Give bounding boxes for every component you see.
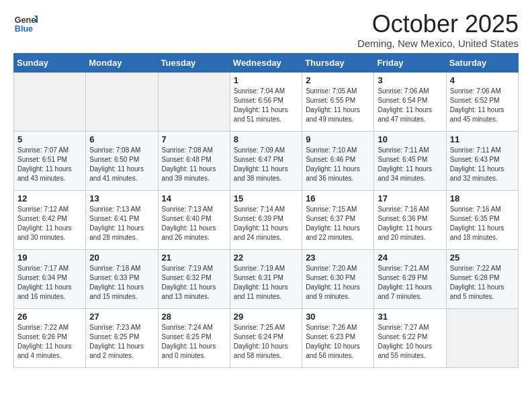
calendar-cell: 2Sunrise: 7:05 AM Sunset: 6:55 PM Daylig… [302,72,374,131]
page-container: General Blue October 2025 Deming, New Me… [0,0,532,375]
day-number: 9 [306,134,370,144]
day-info: Sunrise: 7:11 AM Sunset: 6:43 PM Dayligh… [450,146,515,183]
day-number: 15 [234,193,298,203]
calendar-cell: 14Sunrise: 7:13 AM Sunset: 6:40 PM Dayli… [158,190,230,249]
calendar-cell: 20Sunrise: 7:18 AM Sunset: 6:33 PM Dayli… [86,249,158,308]
day-number: 30 [306,312,370,322]
day-number: 2 [306,75,370,85]
day-number: 3 [378,75,442,85]
day-info: Sunrise: 7:05 AM Sunset: 6:55 PM Dayligh… [306,87,370,124]
calendar-cell: 30Sunrise: 7:26 AM Sunset: 6:23 PM Dayli… [302,308,374,367]
day-number: 12 [17,193,82,203]
day-number: 13 [89,193,154,203]
calendar-cell: 3Sunrise: 7:06 AM Sunset: 6:54 PM Daylig… [374,72,446,131]
calendar-cell: 8Sunrise: 7:09 AM Sunset: 6:47 PM Daylig… [230,131,302,190]
day-info: Sunrise: 7:23 AM Sunset: 6:25 PM Dayligh… [89,323,154,361]
day-info: Sunrise: 7:25 AM Sunset: 6:24 PM Dayligh… [234,323,298,361]
day-number: 19 [17,253,82,263]
day-number: 7 [162,134,226,144]
calendar-cell: 24Sunrise: 7:21 AM Sunset: 6:29 PM Dayli… [374,249,446,308]
day-number: 11 [450,134,515,144]
day-number: 5 [17,134,82,144]
day-number: 25 [450,253,515,263]
calendar-week-3: 12Sunrise: 7:12 AM Sunset: 6:42 PM Dayli… [14,190,519,249]
page-header: General Blue October 2025 Deming, New Me… [13,11,519,49]
weekday-header-wednesday: Wednesday [230,53,302,72]
day-info: Sunrise: 7:27 AM Sunset: 6:22 PM Dayligh… [378,323,442,361]
calendar-cell: 27Sunrise: 7:23 AM Sunset: 6:25 PM Dayli… [86,308,158,367]
logo: General Blue [13,11,38,35]
calendar-cell: 23Sunrise: 7:20 AM Sunset: 6:30 PM Dayli… [302,249,374,308]
calendar-cell: 21Sunrise: 7:19 AM Sunset: 6:32 PM Dayli… [158,249,230,308]
day-info: Sunrise: 7:13 AM Sunset: 6:40 PM Dayligh… [162,205,226,242]
day-info: Sunrise: 7:04 AM Sunset: 6:56 PM Dayligh… [234,87,298,124]
day-number: 26 [17,312,82,322]
day-number: 20 [89,253,154,263]
day-info: Sunrise: 7:08 AM Sunset: 6:48 PM Dayligh… [162,146,226,183]
day-info: Sunrise: 7:21 AM Sunset: 6:29 PM Dayligh… [378,264,442,302]
calendar-cell: 19Sunrise: 7:17 AM Sunset: 6:34 PM Dayli… [14,249,86,308]
calendar-cell: 11Sunrise: 7:11 AM Sunset: 6:43 PM Dayli… [446,131,518,190]
day-info: Sunrise: 7:13 AM Sunset: 6:41 PM Dayligh… [89,205,154,242]
calendar-header: SundayMondayTuesdayWednesdayThursdayFrid… [14,53,519,72]
calendar-week-2: 5Sunrise: 7:07 AM Sunset: 6:51 PM Daylig… [14,131,519,190]
day-number: 1 [234,75,298,85]
calendar-cell: 22Sunrise: 7:19 AM Sunset: 6:31 PM Dayli… [230,249,302,308]
weekday-row: SundayMondayTuesdayWednesdayThursdayFrid… [14,53,519,72]
day-number: 23 [306,253,370,263]
month-title: October 2025 [357,11,519,38]
day-info: Sunrise: 7:16 AM Sunset: 6:35 PM Dayligh… [450,205,515,242]
calendar-cell [14,72,86,131]
day-info: Sunrise: 7:08 AM Sunset: 6:50 PM Dayligh… [89,146,154,183]
calendar-cell: 18Sunrise: 7:16 AM Sunset: 6:35 PM Dayli… [446,190,518,249]
calendar-body: 1Sunrise: 7:04 AM Sunset: 6:56 PM Daylig… [14,72,519,367]
day-info: Sunrise: 7:06 AM Sunset: 6:54 PM Dayligh… [378,87,442,124]
title-block: October 2025 Deming, New Mexico, United … [357,11,519,49]
day-info: Sunrise: 7:22 AM Sunset: 6:28 PM Dayligh… [450,264,515,302]
day-number: 6 [89,134,154,144]
day-info: Sunrise: 7:11 AM Sunset: 6:45 PM Dayligh… [378,146,442,183]
day-info: Sunrise: 7:20 AM Sunset: 6:30 PM Dayligh… [306,264,370,302]
day-number: 24 [378,253,442,263]
calendar-table: SundayMondayTuesdayWednesdayThursdayFrid… [13,53,519,368]
day-number: 16 [306,193,370,203]
weekday-header-sunday: Sunday [14,53,86,72]
calendar-cell: 4Sunrise: 7:06 AM Sunset: 6:52 PM Daylig… [446,72,518,131]
calendar-week-5: 26Sunrise: 7:22 AM Sunset: 6:26 PM Dayli… [14,308,519,367]
calendar-cell: 15Sunrise: 7:14 AM Sunset: 6:39 PM Dayli… [230,190,302,249]
calendar-cell: 28Sunrise: 7:24 AM Sunset: 6:25 PM Dayli… [158,308,230,367]
day-info: Sunrise: 7:17 AM Sunset: 6:34 PM Dayligh… [17,264,82,302]
day-number: 29 [234,312,298,322]
day-info: Sunrise: 7:14 AM Sunset: 6:39 PM Dayligh… [234,205,298,242]
calendar-cell: 25Sunrise: 7:22 AM Sunset: 6:28 PM Dayli… [446,249,518,308]
day-number: 8 [234,134,298,144]
weekday-header-monday: Monday [86,53,158,72]
calendar-cell: 1Sunrise: 7:04 AM Sunset: 6:56 PM Daylig… [230,72,302,131]
day-number: 27 [89,312,154,322]
calendar-week-1: 1Sunrise: 7:04 AM Sunset: 6:56 PM Daylig… [14,72,519,131]
calendar-cell: 17Sunrise: 7:16 AM Sunset: 6:36 PM Dayli… [374,190,446,249]
calendar-cell: 29Sunrise: 7:25 AM Sunset: 6:24 PM Dayli… [230,308,302,367]
day-number: 21 [162,253,226,263]
calendar-cell: 9Sunrise: 7:10 AM Sunset: 6:46 PM Daylig… [302,131,374,190]
day-number: 4 [450,75,515,85]
day-info: Sunrise: 7:19 AM Sunset: 6:32 PM Dayligh… [162,264,226,302]
day-info: Sunrise: 7:22 AM Sunset: 6:26 PM Dayligh… [17,323,82,361]
day-info: Sunrise: 7:24 AM Sunset: 6:25 PM Dayligh… [162,323,226,361]
day-number: 17 [378,193,442,203]
calendar-cell: 16Sunrise: 7:15 AM Sunset: 6:37 PM Dayli… [302,190,374,249]
location: Deming, New Mexico, United States [357,38,519,49]
day-number: 22 [234,253,298,263]
day-number: 14 [162,193,226,203]
svg-text:Blue: Blue [15,24,33,34]
calendar-cell: 13Sunrise: 7:13 AM Sunset: 6:41 PM Dayli… [86,190,158,249]
day-info: Sunrise: 7:16 AM Sunset: 6:36 PM Dayligh… [378,205,442,242]
day-info: Sunrise: 7:19 AM Sunset: 6:31 PM Dayligh… [234,264,298,302]
day-info: Sunrise: 7:10 AM Sunset: 6:46 PM Dayligh… [306,146,370,183]
day-number: 31 [378,312,442,322]
weekday-header-saturday: Saturday [446,53,518,72]
day-info: Sunrise: 7:07 AM Sunset: 6:51 PM Dayligh… [17,146,82,183]
day-info: Sunrise: 7:12 AM Sunset: 6:42 PM Dayligh… [17,205,82,242]
calendar-cell: 6Sunrise: 7:08 AM Sunset: 6:50 PM Daylig… [86,131,158,190]
calendar-cell: 12Sunrise: 7:12 AM Sunset: 6:42 PM Dayli… [14,190,86,249]
